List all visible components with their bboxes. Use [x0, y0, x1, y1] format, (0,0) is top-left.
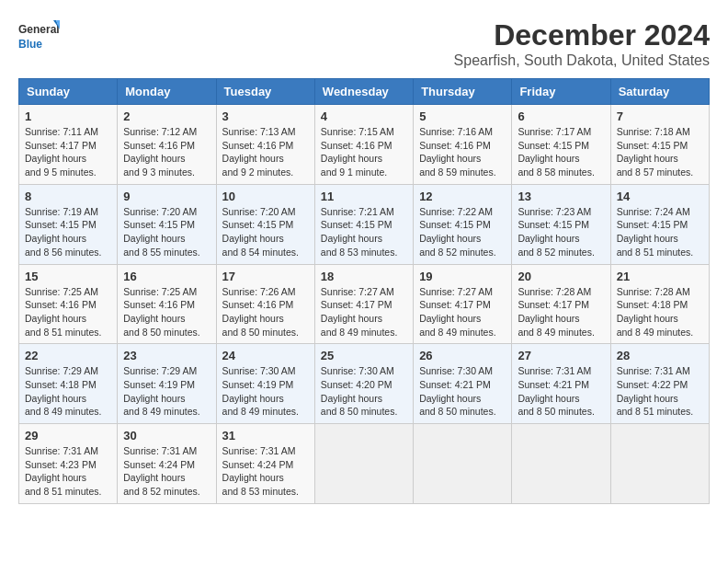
table-row: 4 Sunrise: 7:15 AM Sunset: 4:16 PM Dayli…	[314, 105, 413, 185]
day-info: Sunrise: 7:31 AM Sunset: 4:24 PM Dayligh…	[222, 444, 309, 499]
day-number: 15	[25, 270, 111, 283]
table-row: 18 Sunrise: 7:27 AM Sunset: 4:17 PM Dayl…	[314, 264, 413, 344]
day-info: Sunrise: 7:30 AM Sunset: 4:20 PM Dayligh…	[321, 364, 407, 419]
table-row: 14 Sunrise: 7:24 AM Sunset: 4:15 PM Dayl…	[610, 184, 709, 264]
table-row: 3 Sunrise: 7:13 AM Sunset: 4:16 PM Dayli…	[216, 105, 314, 185]
day-info: Sunrise: 7:25 AM Sunset: 4:16 PM Dayligh…	[25, 285, 111, 339]
table-row	[314, 424, 413, 504]
col-friday: Friday	[512, 79, 610, 105]
calendar-week-row: 29 Sunrise: 7:31 AM Sunset: 4:23 PM Dayl…	[19, 424, 710, 504]
day-info: Sunrise: 7:30 AM Sunset: 4:21 PM Dayligh…	[419, 364, 506, 419]
table-row: 17 Sunrise: 7:26 AM Sunset: 4:16 PM Dayl…	[216, 264, 314, 344]
table-row: 5 Sunrise: 7:16 AM Sunset: 4:16 PM Dayli…	[414, 105, 512, 185]
day-info: Sunrise: 7:24 AM Sunset: 4:15 PM Dayligh…	[617, 205, 703, 259]
day-info: Sunrise: 7:29 AM Sunset: 4:18 PM Dayligh…	[25, 364, 111, 419]
day-number: 12	[419, 190, 506, 203]
day-info: Sunrise: 7:31 AM Sunset: 4:24 PM Dayligh…	[123, 444, 210, 499]
day-number: 16	[123, 270, 210, 283]
svg-text:General: General	[18, 23, 60, 36]
day-info: Sunrise: 7:31 AM Sunset: 4:21 PM Dayligh…	[518, 364, 604, 419]
day-number: 10	[222, 190, 309, 203]
table-row	[414, 424, 512, 504]
day-number: 7	[617, 109, 703, 123]
day-number: 18	[321, 270, 407, 283]
table-row: 6 Sunrise: 7:17 AM Sunset: 4:15 PM Dayli…	[512, 105, 610, 185]
day-info: Sunrise: 7:25 AM Sunset: 4:16 PM Dayligh…	[123, 285, 210, 339]
col-tuesday: Tuesday	[216, 79, 314, 105]
day-number: 29	[25, 429, 111, 442]
day-number: 31	[222, 429, 309, 442]
day-info: Sunrise: 7:29 AM Sunset: 4:19 PM Dayligh…	[123, 364, 210, 419]
day-number: 19	[419, 270, 506, 283]
day-info: Sunrise: 7:26 AM Sunset: 4:16 PM Dayligh…	[222, 285, 309, 339]
table-row: 30 Sunrise: 7:31 AM Sunset: 4:24 PM Dayl…	[118, 424, 216, 504]
table-row: 15 Sunrise: 7:25 AM Sunset: 4:16 PM Dayl…	[19, 264, 118, 344]
day-number: 14	[617, 190, 703, 203]
table-row: 27 Sunrise: 7:31 AM Sunset: 4:21 PM Dayl…	[512, 344, 610, 424]
day-number: 2	[123, 109, 210, 123]
table-row: 19 Sunrise: 7:27 AM Sunset: 4:17 PM Dayl…	[414, 264, 512, 344]
day-number: 24	[222, 349, 309, 362]
day-info: Sunrise: 7:13 AM Sunset: 4:16 PM Dayligh…	[222, 125, 309, 179]
logo-svg: General Blue	[18, 18, 60, 55]
col-wednesday: Wednesday	[314, 79, 413, 105]
table-row: 23 Sunrise: 7:29 AM Sunset: 4:19 PM Dayl…	[118, 344, 216, 424]
day-number: 26	[419, 349, 506, 362]
table-row: 16 Sunrise: 7:25 AM Sunset: 4:16 PM Dayl…	[118, 264, 216, 344]
day-number: 27	[518, 349, 604, 362]
table-row: 13 Sunrise: 7:23 AM Sunset: 4:15 PM Dayl…	[512, 184, 610, 264]
col-sunday: Sunday	[19, 79, 118, 105]
day-info: Sunrise: 7:19 AM Sunset: 4:15 PM Dayligh…	[25, 205, 111, 259]
svg-text:Blue: Blue	[18, 38, 42, 51]
page-subtitle: Spearfish, South Dakota, United States	[454, 52, 710, 69]
table-row: 20 Sunrise: 7:28 AM Sunset: 4:17 PM Dayl…	[512, 264, 610, 344]
table-row: 31 Sunrise: 7:31 AM Sunset: 4:24 PM Dayl…	[216, 424, 314, 504]
day-info: Sunrise: 7:20 AM Sunset: 4:15 PM Dayligh…	[222, 205, 309, 259]
day-number: 17	[222, 270, 309, 283]
day-info: Sunrise: 7:31 AM Sunset: 4:22 PM Dayligh…	[617, 364, 703, 419]
day-info: Sunrise: 7:12 AM Sunset: 4:16 PM Dayligh…	[123, 125, 210, 179]
day-info: Sunrise: 7:21 AM Sunset: 4:15 PM Dayligh…	[321, 205, 407, 259]
day-number: 20	[518, 270, 604, 283]
day-number: 5	[419, 109, 506, 123]
table-row: 21 Sunrise: 7:28 AM Sunset: 4:18 PM Dayl…	[610, 264, 709, 344]
day-number: 4	[321, 109, 407, 123]
table-row: 22 Sunrise: 7:29 AM Sunset: 4:18 PM Dayl…	[19, 344, 118, 424]
col-saturday: Saturday	[610, 79, 709, 105]
day-number: 30	[123, 429, 210, 442]
day-info: Sunrise: 7:27 AM Sunset: 4:17 PM Dayligh…	[419, 285, 506, 339]
calendar-week-row: 1 Sunrise: 7:11 AM Sunset: 4:17 PM Dayli…	[19, 105, 710, 185]
table-row	[610, 424, 709, 504]
day-info: Sunrise: 7:11 AM Sunset: 4:17 PM Dayligh…	[25, 125, 111, 179]
day-info: Sunrise: 7:16 AM Sunset: 4:16 PM Dayligh…	[419, 125, 506, 179]
table-row: 10 Sunrise: 7:20 AM Sunset: 4:15 PM Dayl…	[216, 184, 314, 264]
table-row: 7 Sunrise: 7:18 AM Sunset: 4:15 PM Dayli…	[610, 105, 709, 185]
calendar-header-row: Sunday Monday Tuesday Wednesday Thursday…	[19, 79, 710, 105]
page-header: General Blue December 2024 Spearfish, So…	[18, 18, 710, 69]
table-row: 26 Sunrise: 7:30 AM Sunset: 4:21 PM Dayl…	[414, 344, 512, 424]
table-row: 1 Sunrise: 7:11 AM Sunset: 4:17 PM Dayli…	[19, 105, 118, 185]
calendar-week-row: 22 Sunrise: 7:29 AM Sunset: 4:18 PM Dayl…	[19, 344, 710, 424]
calendar-week-row: 8 Sunrise: 7:19 AM Sunset: 4:15 PM Dayli…	[19, 184, 710, 264]
calendar-table: Sunday Monday Tuesday Wednesday Thursday…	[18, 78, 710, 504]
day-number: 6	[518, 109, 604, 123]
table-row: 28 Sunrise: 7:31 AM Sunset: 4:22 PM Dayl…	[610, 344, 709, 424]
table-row: 25 Sunrise: 7:30 AM Sunset: 4:20 PM Dayl…	[314, 344, 413, 424]
day-number: 23	[123, 349, 210, 362]
day-info: Sunrise: 7:23 AM Sunset: 4:15 PM Dayligh…	[518, 205, 604, 259]
day-info: Sunrise: 7:15 AM Sunset: 4:16 PM Dayligh…	[321, 125, 407, 179]
calendar-week-row: 15 Sunrise: 7:25 AM Sunset: 4:16 PM Dayl…	[19, 264, 710, 344]
table-row: 8 Sunrise: 7:19 AM Sunset: 4:15 PM Dayli…	[19, 184, 118, 264]
day-number: 8	[25, 190, 111, 203]
day-info: Sunrise: 7:31 AM Sunset: 4:23 PM Dayligh…	[25, 444, 111, 499]
day-info: Sunrise: 7:20 AM Sunset: 4:15 PM Dayligh…	[123, 205, 210, 259]
day-number: 9	[123, 190, 210, 203]
col-monday: Monday	[118, 79, 216, 105]
day-info: Sunrise: 7:18 AM Sunset: 4:15 PM Dayligh…	[617, 125, 703, 179]
day-info: Sunrise: 7:22 AM Sunset: 4:15 PM Dayligh…	[419, 205, 506, 259]
table-row: 9 Sunrise: 7:20 AM Sunset: 4:15 PM Dayli…	[118, 184, 216, 264]
page-title: December 2024	[454, 18, 710, 52]
title-section: December 2024 Spearfish, South Dakota, U…	[454, 18, 710, 69]
table-row	[512, 424, 610, 504]
table-row: 2 Sunrise: 7:12 AM Sunset: 4:16 PM Dayli…	[118, 105, 216, 185]
